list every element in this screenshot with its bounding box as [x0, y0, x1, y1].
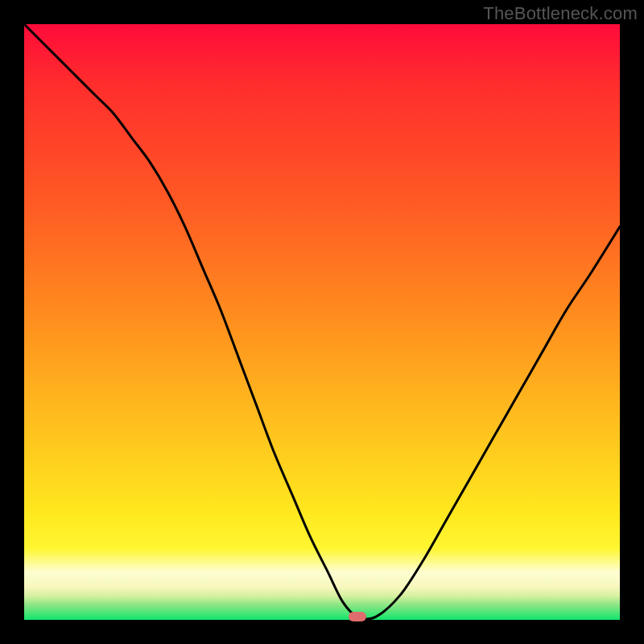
watermark-text: TheBottleneck.com	[483, 3, 638, 24]
chart-stage: TheBottleneck.com	[0, 0, 644, 644]
bottleneck-curve	[24, 24, 620, 620]
optimal-marker	[349, 612, 366, 621]
plot-area	[24, 24, 620, 620]
